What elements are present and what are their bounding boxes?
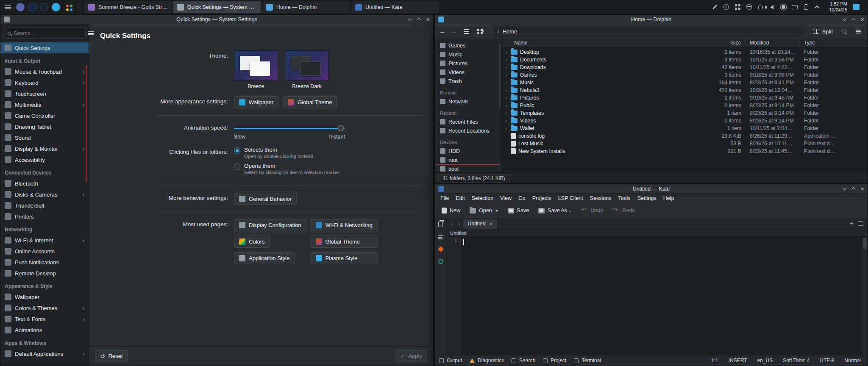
search-box[interactable] <box>4 28 86 39</box>
task-button[interactable]: Untitled — Kate <box>351 1 439 13</box>
sidebar-item[interactable]: Colors & Themes <box>0 302 89 313</box>
sidebar-item[interactable]: Display & Monitor <box>0 143 89 154</box>
file-row[interactable]: console.log 23.8 KiB 8/26/25 at 11:29… A… <box>501 132 868 140</box>
places-item[interactable]: HDD <box>436 147 500 155</box>
playstation-icon[interactable] <box>28 3 36 11</box>
info-tray-icon[interactable] <box>722 3 730 11</box>
expand-arrow-icon[interactable] <box>504 80 508 85</box>
sidebar-item[interactable]: Remote Desktop <box>0 268 89 279</box>
file-row[interactable]: Public 0 items 8/23/25 at 9:14 PM Folder <box>501 102 868 109</box>
places-item[interactable]: Network <box>436 97 500 106</box>
discord-icon[interactable] <box>16 3 25 11</box>
sidebar-item[interactable]: Touchscreen <box>0 88 89 99</box>
radio-option[interactable]: Selects them Open by double-clicking ins… <box>234 147 422 159</box>
symbols-tool-icon[interactable] <box>438 259 443 264</box>
file-row[interactable]: Pictures 2 items 9/10/25 at 9:45 AM Fold… <box>501 94 868 102</box>
expand-arrow-icon[interactable] <box>504 57 508 62</box>
sidebar-item[interactable]: Keyboard <box>0 77 89 88</box>
menu-item[interactable]: Help <box>660 194 677 202</box>
git-tool-icon[interactable] <box>437 246 443 252</box>
task-button[interactable]: Home — Dolphin <box>262 1 350 13</box>
column-header-name[interactable]: Name <box>501 39 705 47</box>
network-tray-icon[interactable] <box>745 3 753 11</box>
slider-handle[interactable] <box>337 125 344 131</box>
settings-shortcut-button[interactable]: Display Configuration <box>234 219 306 231</box>
view-mode-button[interactable] <box>476 26 486 36</box>
places-item[interactable]: Videos <box>436 68 500 77</box>
file-row[interactable]: Nebula3 400 items 10/3/25 at 12:04… Fold… <box>501 86 868 94</box>
sidebar-item[interactable]: Bluetooth <box>0 178 89 189</box>
file-row[interactable]: Music 164 items 8/23/25 at 8:41 PM Folde… <box>501 79 868 86</box>
settings-shortcut-button[interactable]: Wallpaper <box>234 96 278 108</box>
notification-badge-icon[interactable] <box>853 4 860 10</box>
menu-item[interactable]: Settings <box>634 194 659 202</box>
places-item[interactable]: Devices <box>436 137 500 147</box>
toolbar-button[interactable]: Undo <box>577 205 606 216</box>
places-item[interactable]: Recent Files <box>436 117 500 126</box>
file-row[interactable]: Desktop 2 items 10/16/25 at 10:24… Folde… <box>501 48 868 56</box>
sidebar-item[interactable]: Apps & Windows <box>0 338 89 348</box>
file-row[interactable]: Templates 1 item 8/23/25 at 9:14 PM Fold… <box>501 109 868 117</box>
split-view-icon[interactable] <box>858 221 863 226</box>
settings-titlebar[interactable]: Quick Settings — System Settings <box>0 15 433 24</box>
settings-shortcut-button[interactable]: Global Theme <box>283 96 337 108</box>
column-header-size[interactable]: Size <box>705 39 746 47</box>
sidebar-item[interactable]: Disks & Cameras <box>0 189 89 200</box>
menu-item[interactable]: View <box>497 194 515 202</box>
statusbar-value[interactable]: en_US <box>757 358 773 363</box>
animation-speed-slider[interactable] <box>234 125 345 132</box>
app-grid-button[interactable] <box>64 2 74 12</box>
editor-area[interactable]: 1 <box>447 237 868 355</box>
theme-option[interactable]: Breeze Dark <box>285 50 329 89</box>
breadcrumb[interactable]: Home <box>503 28 517 35</box>
maximize-button[interactable] <box>851 18 855 22</box>
expand-arrow-icon[interactable] <box>504 103 508 108</box>
sidebar-item[interactable]: Wi-Fi & Internet <box>0 235 89 246</box>
minimize-button[interactable] <box>842 17 846 21</box>
theme-preview[interactable] <box>234 50 278 81</box>
reset-button[interactable]: Reset <box>95 350 128 362</box>
places-item[interactable]: Music <box>436 50 500 59</box>
sidebar-item[interactable]: Connected Devices <box>0 168 89 178</box>
grid-tray-icon[interactable] <box>734 3 741 11</box>
expand-arrow-icon[interactable] <box>504 88 508 93</box>
dolphin-titlebar[interactable]: Home — Dolphin <box>435 15 868 24</box>
radio-button[interactable] <box>234 147 240 154</box>
expand-arrow-icon[interactable] <box>504 50 508 55</box>
kate-titlebar[interactable]: Untitled — Kate <box>435 184 868 194</box>
tab-close-icon[interactable] <box>490 221 493 227</box>
tab-previous-icon[interactable] <box>448 220 456 229</box>
places-item[interactable]: Pictures <box>436 59 500 68</box>
toolbar-button[interactable]: Save As... <box>535 205 575 216</box>
sidebar-item[interactable]: Accessibility <box>0 154 89 165</box>
minimize-button[interactable] <box>842 186 846 190</box>
theme-preview[interactable] <box>285 50 329 81</box>
tab-next-icon[interactable] <box>456 220 463 229</box>
sidebar-item[interactable]: Text & Fonts <box>0 313 89 324</box>
show-desktop-button[interactable] <box>864 2 865 13</box>
menu-item[interactable]: LSP Client <box>555 194 586 202</box>
expand-arrow-icon[interactable] <box>504 126 508 131</box>
file-row[interactable]: New System Installs 221 B 8/23/25 at 11:… <box>501 147 868 155</box>
radio-button[interactable] <box>234 164 240 170</box>
sidebar-item[interactable]: Printers <box>0 211 89 222</box>
maximize-button[interactable] <box>851 187 855 191</box>
statusbar-toggle[interactable]: Terminal <box>574 358 601 363</box>
statusbar-value[interactable]: Normal <box>844 358 861 363</box>
apply-button[interactable]: Apply <box>395 350 427 362</box>
theme-option[interactable]: Breeze <box>234 50 278 89</box>
menu-item[interactable]: Projects <box>529 194 554 202</box>
minimize-button[interactable] <box>408 17 412 21</box>
maximize-button[interactable] <box>417 18 421 22</box>
task-button[interactable]: Summer Breeze - Gotts Street Par... <box>84 1 172 13</box>
split-button[interactable]: Split <box>811 28 835 35</box>
forward-button[interactable] <box>450 28 457 35</box>
editor-scrollbar[interactable] <box>862 237 868 355</box>
statusbar-value[interactable]: 1:1 <box>711 358 718 363</box>
expand-arrow-icon[interactable] <box>504 72 508 78</box>
tools-tray-icon[interactable] <box>711 3 718 11</box>
places-item[interactable]: Games <box>436 41 500 50</box>
places-item[interactable]: Trash <box>436 77 500 86</box>
sidebar-item[interactable]: Sound <box>0 132 89 143</box>
sidebar-item[interactable]: Input & Output <box>0 56 89 66</box>
